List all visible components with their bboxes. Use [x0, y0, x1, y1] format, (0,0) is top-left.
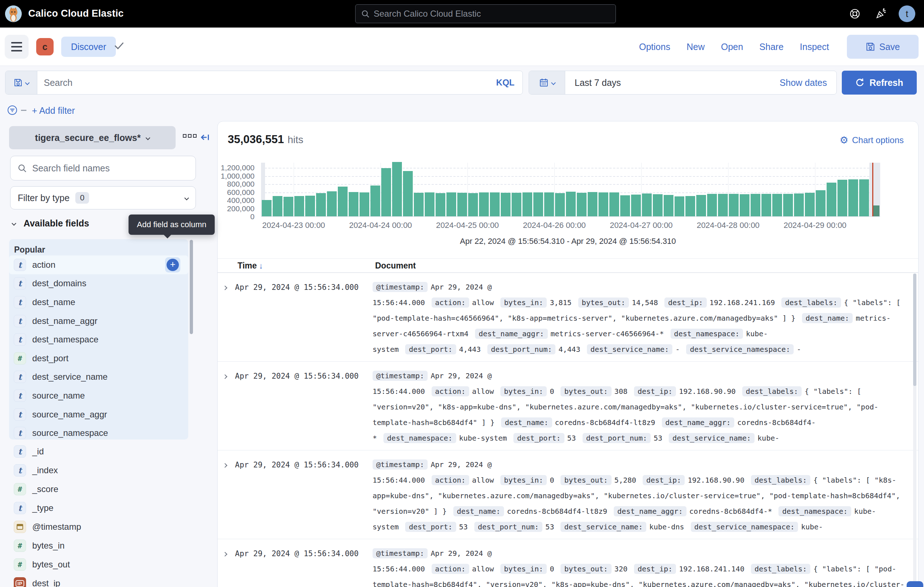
histogram-bar[interactable]	[381, 168, 391, 216]
doc-field-name[interactable]: dest_port_num:	[487, 344, 556, 354]
query-language-button[interactable]: KQL	[488, 71, 523, 94]
histogram-bar[interactable]	[425, 192, 434, 216]
global-search[interactable]	[355, 4, 616, 23]
document-column-header[interactable]: Document	[375, 261, 416, 271]
add-filter-button[interactable]: + Add filter	[32, 106, 75, 116]
field-item-dest_name[interactable]: tdest_name	[9, 293, 188, 312]
show-dates-button[interactable]: Show dates	[780, 71, 837, 94]
histogram-bar[interactable]	[675, 197, 684, 216]
histogram-bar[interactable]	[609, 192, 619, 216]
nav-link-open[interactable]: Open	[721, 42, 743, 52]
histogram-bar[interactable]	[338, 187, 348, 216]
histogram-bar[interactable]	[262, 200, 272, 216]
histogram-bar[interactable]	[512, 193, 521, 216]
time-range-value[interactable]: Last 7 days	[565, 71, 780, 94]
histogram-bar[interactable]	[403, 171, 413, 216]
doc-field-name[interactable]: @timestamp:	[373, 460, 427, 470]
doc-field-name[interactable]: dest_port:	[513, 433, 564, 443]
doc-field-name[interactable]: action:	[432, 475, 469, 485]
histogram-bar[interactable]	[457, 193, 467, 216]
doc-field-name[interactable]: dest_name:	[501, 417, 552, 428]
doc-field-name[interactable]: bytes_in:	[500, 475, 547, 485]
field-item-dest_service_name[interactable]: tdest_service_name	[9, 368, 188, 387]
histogram-bar[interactable]	[544, 192, 554, 216]
field-search[interactable]	[10, 156, 196, 180]
doc-field-name[interactable]: dest_labels:	[781, 298, 841, 308]
histogram-bar[interactable]	[490, 192, 500, 216]
doc-field-name[interactable]: dest_name_aggr:	[614, 506, 686, 516]
histogram-bar[interactable]	[707, 194, 717, 216]
field-item-_score[interactable]: #_score	[9, 480, 188, 499]
doc-field-name[interactable]: dest_service_name:	[561, 522, 646, 532]
field-item-dest_port[interactable]: #dest_port	[9, 349, 188, 368]
available-fields-header[interactable]: Available fields	[12, 218, 89, 229]
histogram-bar[interactable]	[566, 192, 576, 216]
chart-options-button[interactable]: ⚙ Chart options	[840, 135, 904, 145]
doc-field-name[interactable]: bytes_in:	[500, 386, 547, 397]
field-item-@timestamp[interactable]: @timestamp	[9, 518, 188, 536]
breadcrumb-discover[interactable]: Discover	[61, 36, 116, 57]
histogram-bar[interactable]	[468, 193, 478, 216]
field-item-dest_name_aggr[interactable]: tdest_name_aggr	[9, 312, 188, 331]
menu-hamburger-button[interactable]	[5, 35, 29, 59]
doc-field-name[interactable]: dest_port:	[405, 344, 456, 354]
histogram-plot[interactable]	[261, 163, 880, 217]
field-item-_id[interactable]: t_id	[9, 442, 188, 461]
doc-field-name[interactable]: bytes_out:	[561, 386, 611, 397]
histogram-bar[interactable]	[794, 193, 804, 216]
histogram-bar[interactable]	[360, 192, 369, 216]
kql-query-input[interactable]	[37, 71, 488, 94]
histogram-bar[interactable]	[577, 193, 587, 216]
histogram-bar[interactable]	[859, 179, 869, 216]
doc-field-name[interactable]: action:	[432, 386, 469, 397]
histogram-bar[interactable]	[479, 192, 489, 216]
doc-field-name[interactable]: action:	[432, 564, 469, 574]
histogram-bar[interactable]	[685, 196, 695, 216]
histogram-bar[interactable]	[587, 192, 597, 216]
doc-field-name[interactable]: dest_namespace:	[383, 433, 456, 443]
histogram-bar[interactable]	[848, 179, 858, 216]
doc-field-name[interactable]: dest_labels:	[751, 564, 811, 574]
field-item-dest_ip[interactable]: IPdest_ip	[9, 574, 188, 587]
collapse-sidebar-icon[interactable]	[200, 132, 211, 143]
histogram-bar[interactable]	[772, 194, 782, 216]
histogram-bar[interactable]	[761, 194, 771, 216]
filter-by-type-dropdown[interactable]: Filter by type 0	[10, 186, 196, 210]
doc-field-name[interactable]: dest_service_namespace:	[686, 344, 794, 354]
histogram-bar[interactable]	[631, 195, 641, 216]
index-pattern-selector[interactable]: tigera_secure_ee_flows*	[9, 126, 176, 149]
histogram-bar[interactable]	[599, 192, 608, 216]
saved-query-menu-button[interactable]	[5, 71, 37, 94]
histogram-bar[interactable]	[349, 192, 358, 217]
field-item-bytes_out[interactable]: #bytes_out	[9, 555, 188, 574]
histogram-bar[interactable]	[533, 192, 543, 216]
histogram-bar[interactable]	[370, 185, 380, 216]
doc-field-name[interactable]: dest_name:	[453, 506, 504, 516]
histogram-bar[interactable]	[620, 195, 630, 217]
expand-row-button[interactable]	[223, 373, 227, 380]
doc-field-name[interactable]: dest_namespace:	[779, 506, 851, 516]
doc-field-name[interactable]: dest_name_aggr:	[662, 417, 735, 428]
field-item-dest_namespace[interactable]: tdest_namespace	[9, 330, 188, 349]
doc-field-name[interactable]: bytes_out:	[578, 298, 629, 308]
histogram-bar[interactable]	[273, 196, 282, 216]
expand-row-button[interactable]	[223, 462, 227, 468]
doc-field-name[interactable]: bytes_in:	[500, 564, 547, 574]
help-life-ring-icon[interactable]	[849, 8, 861, 20]
histogram-bar[interactable]	[523, 192, 532, 216]
histogram-bar[interactable]	[501, 193, 510, 216]
histogram-bar[interactable]	[305, 196, 315, 216]
add-field-as-column-button[interactable]: +	[165, 257, 180, 273]
calico-logo[interactable]	[5, 5, 22, 22]
doc-field-name[interactable]: dest_port_num:	[582, 433, 651, 443]
nav-link-options[interactable]: Options	[639, 42, 670, 52]
doc-field-name[interactable]: bytes_in:	[500, 298, 547, 308]
histogram-bar[interactable]	[837, 180, 847, 216]
expand-row-button[interactable]	[223, 551, 227, 557]
date-quick-select-button[interactable]	[529, 71, 565, 94]
histogram-bar[interactable]	[392, 162, 402, 216]
field-settings-icon[interactable]	[183, 134, 196, 138]
doc-field-name[interactable]: action:	[432, 298, 469, 308]
field-item-source_name[interactable]: tsource_name	[9, 386, 188, 405]
save-button[interactable]: Save	[847, 35, 919, 59]
